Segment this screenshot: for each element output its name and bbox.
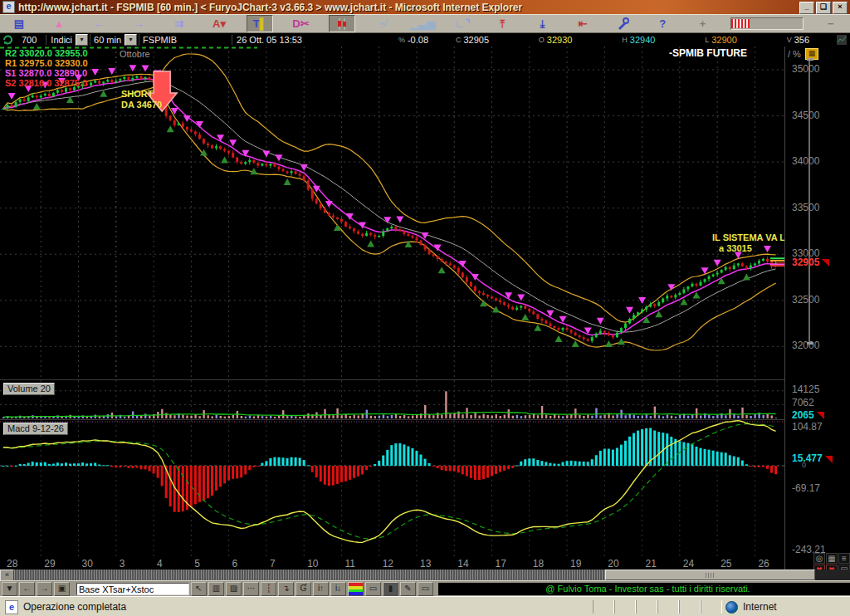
day-label: 19 (570, 558, 581, 570)
dots-grid-icon[interactable]: ⋯ (243, 582, 259, 596)
marker-up-icon[interactable]: ⤒ (490, 16, 515, 32)
day-label: 29 (44, 558, 55, 570)
copyright-banner: @ Fulvio Toma - Investor sas - tutti i d… (438, 583, 850, 595)
help-icon[interactable]: ? (650, 16, 675, 32)
candlestick-chart-icon[interactable] (329, 15, 355, 32)
histogram-chart-icon[interactable]: ▁▃▅ (410, 16, 435, 32)
marker-left-icon[interactable]: ⇤ (570, 16, 595, 32)
zoom-in-icon[interactable]: + (690, 16, 715, 32)
macd-chart[interactable] (0, 419, 784, 559)
page-blank2-icon[interactable]: ▭ (418, 582, 433, 596)
page-dark-icon[interactable]: ▮ (383, 582, 398, 596)
grid-icon[interactable]: ▦ (826, 553, 838, 564)
axis-tick: 35000 (792, 63, 819, 75)
quote-pct: %-0.08 (398, 35, 428, 45)
prev-icon[interactable]: ← (19, 582, 35, 596)
minimize-button[interactable]: _ (799, 2, 814, 14)
info-up-icon[interactable]: i↑ (313, 582, 329, 596)
axis-tick: 2065 (792, 409, 824, 421)
axis-tools[interactable]: / % ▦ (788, 48, 818, 60)
template-name-input[interactable] (76, 583, 189, 595)
quote-field-H: H32940 (622, 35, 655, 45)
scrollbar-thumb[interactable] (605, 570, 815, 580)
vlines-grid-icon[interactable]: ┆ (261, 582, 276, 596)
day-label: 20 (608, 558, 618, 570)
chart-scrollbar[interactable]: « » (0, 570, 850, 580)
symbol-code[interactable]: 700 (22, 35, 37, 45)
magnifier-icon[interactable]: ◎ (813, 553, 825, 564)
ohlcv-fields: C32905O32930H32940L32900V356 (433, 35, 837, 45)
draw-cut-tool-icon[interactable]: D✂ (288, 16, 313, 32)
line-chart-icon[interactable]: ⁃∕ (370, 16, 395, 32)
fast-forward-icon[interactable]: ⇉ (167, 16, 192, 32)
page-pen-icon[interactable]: ✎ (400, 582, 416, 596)
axis-tick: 34000 (792, 155, 819, 167)
day-label: 30 (82, 558, 93, 570)
internet-zone-label: Internet (743, 601, 777, 613)
chevron-down-icon[interactable]: ▾ (125, 34, 137, 46)
scrollbar-track[interactable] (14, 570, 799, 580)
day-label: 3 (120, 558, 125, 570)
text-tool-icon[interactable]: T▌ (247, 15, 273, 32)
x-axis-day-labels: 2829303456710111213141718192021242526 (0, 558, 784, 570)
next-icon[interactable]: → (37, 582, 52, 596)
day-label: 12 (383, 558, 393, 570)
mini-chart-icon[interactable] (837, 35, 847, 45)
window-title: http://www.jchart.it - FSPMIB [60 min.] … (18, 2, 522, 13)
cursor-tool-icon[interactable]: ↖ (191, 582, 207, 596)
bw-mode-icon[interactable]: ▨ (226, 582, 242, 596)
menu-icon[interactable]: ≡ (838, 553, 850, 564)
close-button[interactable]: × (833, 2, 848, 14)
volume-panel-label: Volume 20 (3, 383, 55, 395)
step-chart-icon[interactable]: ∟⌝ (450, 16, 475, 32)
quote-field-C: C32905 (456, 35, 489, 45)
axis-scale-toggles[interactable]: / % (788, 49, 801, 59)
day-label: 13 (420, 558, 431, 570)
marker-down-icon[interactable]: ⤓ (530, 16, 555, 32)
snapshot-icon[interactable]: ▣ (54, 582, 70, 596)
macd-panel-label: Macd 9-12-26 (3, 423, 68, 435)
arrow-box-icon[interactable]: ↴ (278, 582, 294, 596)
save-icon[interactable]: ▼ (2, 582, 17, 596)
open-chart-icon[interactable]: ▤ (7, 16, 32, 32)
back-arrow-icon[interactable]: ← (86, 16, 111, 32)
timeframe-combobox[interactable]: 60 min ▾ (94, 34, 139, 46)
page-blank-icon[interactable]: ▭ (365, 582, 381, 596)
axis-tick: 33500 (792, 202, 819, 213)
day-label: 24 (683, 558, 694, 570)
day-label: 21 (646, 558, 657, 570)
axis-tick: 32500 (792, 294, 819, 306)
day-label: 26 (758, 558, 769, 570)
price-chart[interactable] (0, 46, 784, 379)
price-axis-gutter: / % ▦ 3500034500340003350033000325003200… (784, 46, 850, 570)
symbol-name[interactable]: FSPMIB (143, 35, 177, 45)
upload-icon[interactable]: ▲ (46, 16, 71, 32)
info-down-icon[interactable]: i↓ (330, 582, 346, 596)
category-combobox[interactable]: Indici ▾ (51, 34, 90, 46)
restore-button[interactable]: ❏ (816, 2, 831, 14)
chart-area[interactable]: R2 33020.0 32955.0R1 32975.0 32930.0S1 3… (0, 46, 850, 570)
log-scale-icon[interactable]: Ɠ (296, 582, 311, 596)
image-tool-icon[interactable]: ▥ (208, 582, 224, 596)
axis-tick: 7062 (792, 397, 814, 408)
day-label: 18 (533, 558, 544, 570)
quote-datetime: 26 Ott. 05 13:53 (237, 35, 302, 45)
palette-icon[interactable] (348, 582, 364, 596)
volume-chart[interactable] (0, 379, 784, 420)
ie-logo-icon: e (2, 1, 15, 13)
forward-arrow-icon[interactable]: → (127, 16, 152, 32)
quote-field-O: O32930 (539, 35, 573, 45)
short-signal-note: SHORTDA 34670 (121, 89, 162, 110)
zoom-out-icon[interactable]: − (818, 16, 843, 32)
chevron-down-icon[interactable]: ▾ (76, 34, 88, 46)
pivot-line-S2: S2 32810.0 32875.0 (5, 78, 88, 88)
internet-zone: Internet (725, 601, 850, 614)
refresh-icon[interactable] (2, 35, 13, 46)
sort-az-icon[interactable]: A▾ (207, 16, 232, 32)
status-separators (593, 600, 722, 614)
axis-tick: 32000 (792, 340, 819, 351)
quote-field-V: V356 (787, 35, 809, 45)
wrench-settings-icon[interactable] (610, 16, 635, 32)
day-label: 7 (270, 558, 276, 570)
month-label: Ottobre (120, 49, 150, 59)
